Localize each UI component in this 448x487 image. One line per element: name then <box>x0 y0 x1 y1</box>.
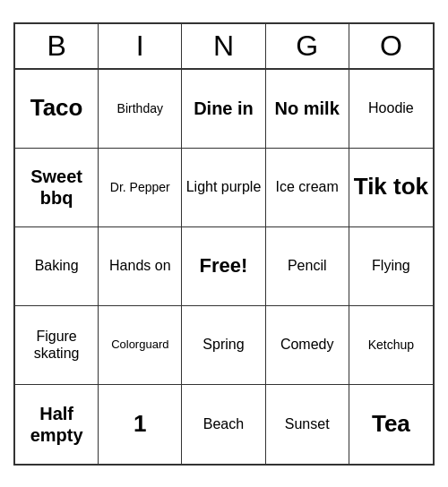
bingo-cell: Flying <box>349 227 433 306</box>
bingo-cell: Free! <box>182 227 265 306</box>
bingo-cell: Half empty <box>15 385 99 464</box>
bingo-cell: Colorguard <box>99 306 182 385</box>
bingo-cell: Pencil <box>266 227 349 306</box>
bingo-cell: Baking <box>15 227 99 306</box>
cell-text: Baking <box>35 257 79 274</box>
bingo-card: BINGO TacoBirthdayDine inNo milkHoodieSw… <box>13 22 435 466</box>
header-letter: B <box>15 24 99 68</box>
bingo-cell: Tea <box>349 385 433 464</box>
cell-text: Colorguard <box>111 337 168 352</box>
cell-text: Hands on <box>109 257 171 274</box>
header-letter: N <box>182 24 265 68</box>
header-letter: O <box>349 24 433 68</box>
cell-text: 1 <box>134 410 146 438</box>
cell-text: Sweet bbq <box>19 166 94 209</box>
bingo-grid: TacoBirthdayDine inNo milkHoodieSweet bb… <box>15 70 433 464</box>
cell-text: Ice cream <box>276 178 339 195</box>
cell-text: Beach <box>203 415 244 432</box>
bingo-cell: Spring <box>182 306 265 385</box>
bingo-cell: Hoodie <box>349 70 433 149</box>
cell-text: Hoodie <box>368 99 414 116</box>
cell-text: No milk <box>275 98 340 119</box>
cell-text: Light purple <box>186 178 262 195</box>
bingo-cell: Taco <box>15 70 99 149</box>
cell-text: Dine in <box>194 98 254 119</box>
bingo-cell: 1 <box>99 385 182 464</box>
cell-text: Spring <box>202 336 244 353</box>
cell-text: Ketchup <box>368 337 414 353</box>
cell-text: Free! <box>200 254 248 278</box>
cell-text: Tea <box>372 410 410 438</box>
bingo-cell: Sunset <box>266 385 349 464</box>
bingo-cell: Comedy <box>266 306 349 385</box>
bingo-cell: Sweet bbq <box>15 149 99 227</box>
cell-text: Half empty <box>19 403 94 446</box>
cell-text: Comedy <box>280 336 334 353</box>
cell-text: Figure skating <box>19 328 94 362</box>
header-letter: I <box>99 24 182 68</box>
cell-text: Dr. Pepper <box>110 180 170 195</box>
bingo-cell: Ice cream <box>266 149 349 227</box>
bingo-cell: Hands on <box>99 227 182 306</box>
bingo-cell: Dr. Pepper <box>99 149 182 227</box>
cell-text: Taco <box>30 94 83 122</box>
bingo-header: BINGO <box>15 24 433 70</box>
bingo-cell: Tik tok <box>349 149 433 227</box>
bingo-cell: Light purple <box>182 149 265 227</box>
bingo-cell: Dine in <box>182 70 265 149</box>
bingo-cell: Beach <box>182 385 265 464</box>
bingo-cell: No milk <box>266 70 349 149</box>
bingo-cell: Figure skating <box>15 306 99 385</box>
header-letter: G <box>266 24 349 68</box>
cell-text: Birthday <box>117 101 163 116</box>
bingo-cell: Birthday <box>99 70 182 149</box>
cell-text: Tik tok <box>354 173 428 201</box>
bingo-cell: Ketchup <box>349 306 433 385</box>
cell-text: Pencil <box>288 257 327 274</box>
cell-text: Sunset <box>285 415 330 432</box>
cell-text: Flying <box>372 257 410 274</box>
